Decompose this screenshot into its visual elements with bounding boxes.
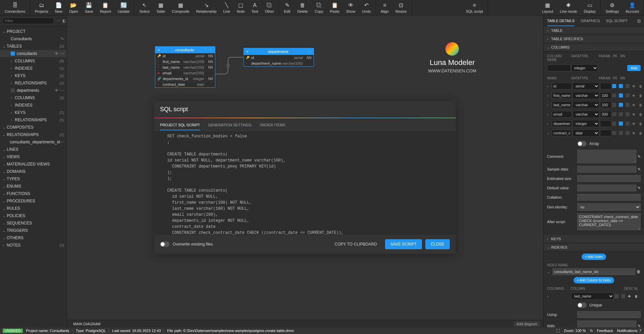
expand-icon[interactable]: › — [547, 103, 551, 107]
open-button[interactable]: 📂Open — [66, 0, 82, 15]
save-script-button[interactable]: SAVE SCRIPT — [385, 239, 422, 249]
entity-header[interactable]: ≡departments⋯ — [244, 48, 314, 55]
tree-item-domains[interactable]: ⌄DOMAINS — [0, 168, 67, 175]
move-icon[interactable]: ✥ — [632, 131, 638, 135]
copy-button[interactable]: ⿻Copy — [311, 0, 327, 15]
pk-checkbox[interactable] — [612, 122, 616, 126]
pk-checkbox[interactable] — [612, 112, 616, 116]
expand-icon[interactable]: › — [547, 94, 551, 97]
sql-tab-order-items[interactable]: ORDER ITEMS — [260, 122, 285, 130]
entity-table-consultants[interactable]: ≡consultants⋯ 🔑 id serial NN ▫ first_nam… — [155, 46, 215, 88]
trash-icon[interactable]: 🗑 — [639, 122, 644, 126]
edit-icon[interactable]: ✎ — [638, 154, 641, 159]
move-icon[interactable]: ✥ — [632, 103, 638, 107]
settings-button[interactable]: ⚙Settings — [602, 0, 622, 15]
col-param-input[interactable] — [600, 83, 611, 89]
tree-item-enums[interactable]: ⌄ENUMS — [0, 183, 67, 190]
col-row-id[interactable]: › serial ✥ 🗑 — [547, 81, 641, 91]
report-button[interactable]: 📋Report — [97, 0, 114, 15]
menu-icon[interactable]: ≡ — [158, 48, 160, 52]
relationship-button[interactable]: ↘Relationship — [193, 0, 220, 15]
pk-checkbox[interactable] — [612, 103, 616, 107]
tree-item-project[interactable]: ⌄PROJECT — [0, 28, 67, 35]
tree-item-others[interactable]: ⌄OTHERS — [0, 234, 67, 242]
connections-button[interactable]: 🗄Connections — [1, 0, 29, 15]
extra-checkbox[interactable] — [626, 84, 630, 88]
nn-checkbox[interactable] — [619, 93, 623, 97]
tree-item-procedures[interactable]: ⌄PROCEDURES — [0, 197, 67, 205]
nn-checkbox[interactable] — [619, 131, 623, 135]
more-icon[interactable]: ⋯ — [56, 18, 60, 23]
more-icon[interactable]: ⋯ — [60, 88, 64, 93]
entity-column[interactable]: 🔑 id serial NN — [155, 53, 215, 59]
rp-tab-graphics[interactable]: GRAPHICS — [581, 19, 600, 26]
entity-header[interactable]: ≡consultants⋯ — [155, 47, 215, 53]
sql-script-button[interactable]: ≡SQL script — [463, 0, 486, 15]
array-toggle[interactable] — [577, 141, 587, 146]
extra-checkbox[interactable] — [626, 103, 630, 107]
rp-tab-sql-script[interactable]: SQL SCRIPT — [606, 19, 628, 26]
expand-panel-icon[interactable]: ⊡ — [637, 19, 641, 26]
tree-item-notes[interactable]: ›NOTES(2) — [0, 242, 67, 249]
unique-toggle[interactable] — [577, 303, 587, 308]
tree-item-relationships[interactable]: ⌄RELATIONSHIPS(1) — [0, 131, 67, 138]
col-param-input[interactable] — [600, 92, 611, 99]
tree-item-types[interactable]: ⌄TYPES — [0, 175, 67, 183]
nn-checkbox[interactable] — [619, 112, 623, 116]
tree-item-columns[interactable]: ›COLUMNS(2) — [0, 94, 67, 102]
entity-table-departments[interactable]: ≡departments⋯ 🔑 id serial NN ▫ departmen… — [244, 48, 314, 67]
est-size-input[interactable] — [577, 175, 641, 182]
section-keys[interactable]: ›KEYS — [544, 235, 644, 243]
move-icon[interactable]: ✥ — [632, 122, 638, 126]
checkbox[interactable] — [11, 88, 15, 92]
col-datatype-select[interactable]: varchar — [573, 101, 599, 109]
col-row-first_name[interactable]: › varchar ✥ 🗑 — [547, 91, 641, 100]
edit-icon[interactable]: ✎ — [61, 37, 64, 41]
new-col-datatype-select[interactable]: integer — [571, 64, 598, 72]
select-button[interactable]: ↖Select — [136, 0, 153, 15]
nn-checkbox[interactable] — [619, 84, 623, 88]
edit-icon[interactable]: ✎ — [638, 324, 641, 328]
col-row-email[interactable]: › varchar ✥ 🗑 — [547, 110, 641, 119]
resize-button[interactable]: ⊡Resize — [392, 0, 410, 15]
section-columns[interactable]: ⌄COLUMNS — [544, 43, 644, 52]
col-param-input[interactable] — [600, 111, 611, 118]
copy-clipboard-button[interactable]: COPY TO CLIPBOARD — [330, 239, 382, 249]
tree-item-consultants[interactable]: Consultants✎ — [0, 35, 67, 43]
col-param-input[interactable] — [600, 120, 611, 127]
pk-checkbox[interactable] — [612, 84, 616, 88]
move-icon[interactable]: ✥ — [632, 84, 638, 88]
note-button[interactable]: ▢Note — [233, 0, 248, 15]
pk-checkbox[interactable] — [612, 93, 616, 97]
sample-data-input[interactable] — [577, 166, 636, 173]
col-datatype-select[interactable]: varchar — [573, 111, 599, 118]
menu-icon[interactable]: ⋯ — [209, 48, 212, 52]
menu-icon[interactable]: ⋯ — [308, 50, 311, 53]
paste-button[interactable]: 📋Paste — [327, 0, 343, 15]
idx-desc-check[interactable] — [614, 294, 619, 298]
line-mode-button[interactable]: ✱Line mode — [556, 0, 580, 15]
idx-col-expand[interactable]: › — [547, 294, 551, 298]
text-button[interactable]: AText — [248, 0, 261, 15]
diagram-tab-main[interactable]: MAIN DIAGRAM — [70, 321, 103, 327]
col-row-contract_date[interactable]: ⌄ date ✥ 🗑 — [547, 128, 641, 138]
relationship-line[interactable] — [215, 56, 245, 76]
tree-item-materialized-views[interactable]: ⌄MATERIALIZED VIEWS — [0, 160, 67, 168]
update-button[interactable]: 🔄Update — [114, 0, 133, 15]
idx-col-select[interactable]: last_name — [571, 292, 614, 300]
section-table-specifics[interactable]: ›TABLE SPECIFICS — [544, 35, 644, 43]
expand-icon[interactable]: ⌄ — [547, 131, 551, 135]
tree-item-sequences[interactable]: ⌄SEQUENCES — [0, 219, 67, 227]
col-datatype-select[interactable]: varchar — [573, 92, 599, 99]
add-diagram-button[interactable]: Add diagram — [514, 321, 540, 327]
extra-checkbox[interactable] — [626, 93, 630, 97]
comment-input[interactable] — [577, 150, 636, 163]
entity-column[interactable]: ▫ contract_date date — [155, 82, 215, 87]
expand-icon[interactable]: › — [547, 84, 551, 88]
tree-item-consultants_departments_id[interactable]: consultants_departments_id⋯ — [0, 138, 67, 146]
status-feedback[interactable]: Feedback — [597, 329, 613, 333]
col-name-input[interactable] — [552, 102, 572, 108]
col-datatype-select[interactable]: serial — [573, 82, 599, 90]
eye-icon[interactable]: 👁 — [55, 51, 59, 56]
line-button[interactable]: ╲Line — [220, 0, 233, 15]
